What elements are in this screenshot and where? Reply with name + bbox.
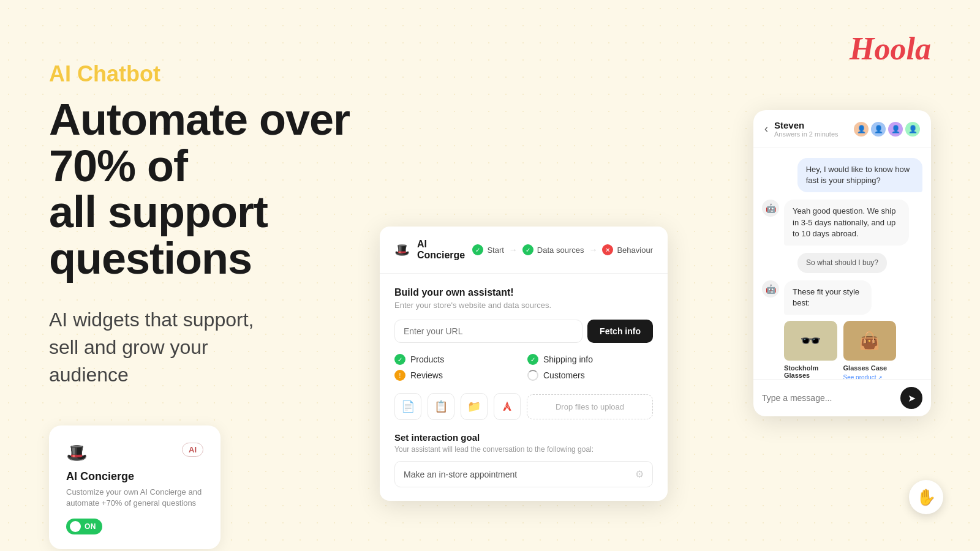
url-input-row: Fetch info: [394, 320, 653, 343]
arrow-2: →: [589, 245, 597, 255]
chat-avatar-1: 👤: [854, 122, 869, 137]
product-glasses-name: Stockholm Glasses: [784, 364, 837, 379]
url-input[interactable]: [394, 320, 582, 343]
section-desc: Enter your store's website and data sour…: [394, 301, 653, 310]
headline: Automate over 70% of all support questio…: [49, 97, 404, 282]
check-products-icon: ✓: [394, 354, 405, 365]
step-behaviour: ✕ Behaviour: [602, 244, 653, 255]
message-2-row: 🤖 Yeah good question. We ship in 3-5 day…: [762, 200, 922, 246]
checkbox-shipping: ✓ Shipping info: [527, 354, 653, 365]
toggle-label: ON: [85, 522, 96, 531]
goal-input-text: Make an in-store appointment: [404, 470, 635, 479]
checkbox-reviews-label: Reviews: [410, 370, 443, 380]
widget-icon: 🎩: [66, 443, 88, 463]
message-4-row: 🤖 These fit your style best: 🕶️ Stockhol…: [762, 280, 922, 379]
bot-avatar-2: 🤖: [762, 280, 779, 298]
goal-settings-icon: ⚙: [635, 468, 644, 480]
ai-chatbot-label: AI Chatbot: [49, 61, 404, 87]
chat-agent-status: Answers in 2 minutes: [774, 130, 848, 138]
section-title: Build your own assistant!: [394, 287, 653, 298]
step-start: ✓ Start: [472, 244, 503, 255]
widget-card: 🎩 AI AI Concierge Customize your own AI …: [49, 425, 221, 549]
subtitle: AI widgets that support, sell and grow y…: [49, 306, 404, 388]
svg-text:G: G: [505, 403, 509, 410]
product-case: 👜 Glasses Case See product ↗ 🛒 Add to ca…: [843, 321, 897, 379]
toggle-row: ON: [66, 519, 203, 534]
step-datasources-label: Data sources: [537, 246, 584, 255]
chat-messages: Hey, I would like to know how fast is yo…: [753, 148, 931, 379]
step-datasources: ✓ Data sources: [522, 244, 584, 255]
chat-info: Steven Answers in 2 minutes: [774, 120, 848, 138]
chat-avatar-4: 👤: [905, 122, 920, 137]
message-3: So what should I buy?: [797, 253, 887, 273]
panel-body: Build your own assistant! Enter your sto…: [380, 274, 668, 501]
back-arrow-icon[interactable]: ‹: [764, 122, 768, 135]
concierge-panel: 🎩 AI Concierge ✓ Start → ✓ Data sources …: [380, 227, 668, 501]
drop-zone[interactable]: Drop files to upload: [527, 394, 653, 419]
step-start-label: Start: [487, 246, 503, 255]
check-shipping-icon: ✓: [527, 354, 538, 365]
checkbox-customers: Customers: [527, 370, 653, 381]
product-case-name: Glasses Case: [843, 364, 897, 372]
panel-logo-icon: 🎩: [394, 242, 410, 257]
checkbox-products: ✓ Products: [394, 354, 520, 365]
message-1: Hey, I would like to know how fast is yo…: [797, 158, 922, 192]
left-content: AI Chatbot Automate over 70% of all supp…: [49, 61, 404, 549]
send-button[interactable]: ➤: [900, 387, 922, 409]
toggle-knob: [70, 521, 81, 532]
chat-avatar-3: 👤: [888, 122, 903, 137]
set-goal-title: Set interaction goal: [394, 432, 653, 443]
chat-header: ‹ Steven Answers in 2 minutes 👤 👤 👤 👤: [753, 110, 931, 148]
chat-agent-name: Steven: [774, 120, 848, 130]
checkbox-reviews: ! Reviews: [394, 370, 520, 381]
arrow-1: →: [509, 245, 518, 255]
file-upload-row: 📄 📋 📁 G Drop files to upload: [394, 393, 653, 420]
widget-title: AI Concierge: [66, 470, 203, 483]
bot-avatar-1: 🤖: [762, 200, 779, 217]
panel-header: 🎩 AI Concierge ✓ Start → ✓ Data sources …: [380, 227, 668, 274]
toggle-switch[interactable]: ON: [66, 519, 102, 534]
file-btn-1[interactable]: 📄: [394, 393, 421, 420]
file-btn-2[interactable]: 📋: [428, 393, 454, 420]
chat-avatars: 👤 👤 👤 👤: [854, 122, 920, 137]
step-start-icon: ✓: [472, 244, 483, 255]
step-flow: ✓ Start → ✓ Data sources → ✕ Behaviour: [472, 244, 653, 255]
step-behaviour-label: Behaviour: [617, 246, 653, 255]
product-glasses: 🕶️ Stockholm Glasses See product ↗ 🛒 Add…: [784, 321, 837, 379]
step-behaviour-icon: ✕: [602, 244, 613, 255]
product-glasses-img: 🕶️: [784, 321, 837, 361]
chat-input-row: ➤: [753, 379, 931, 416]
step-datasources-icon: ✓: [522, 244, 533, 255]
check-customers-icon: [527, 370, 538, 381]
panel-title: AI Concierge: [417, 239, 465, 261]
message-4-text: These fit your style best:: [784, 280, 872, 315]
chat-input[interactable]: [762, 393, 894, 403]
file-btn-4[interactable]: G: [494, 393, 521, 420]
check-reviews-icon: !: [394, 370, 405, 381]
checkbox-products-label: Products: [410, 354, 444, 364]
ai-badge: AI: [182, 443, 203, 457]
widget-desc: Customize your own AI Concierge and auto…: [66, 487, 203, 509]
fetch-button[interactable]: Fetch info: [587, 320, 653, 343]
file-btn-3[interactable]: 📁: [461, 393, 488, 420]
chat-avatar-2: 👤: [871, 122, 886, 137]
products-row: 🕶️ Stockholm Glasses See product ↗ 🛒 Add…: [784, 321, 896, 379]
message-2: Yeah good question. We ship in 3-5 days …: [784, 200, 909, 246]
chat-panel: ‹ Steven Answers in 2 minutes 👤 👤 👤 👤 He…: [753, 110, 931, 416]
set-goal-desc: Your assistant will lead the conversatio…: [394, 445, 653, 454]
product-case-link[interactable]: See product ↗: [843, 374, 897, 379]
checkboxes-row: ✓ Products ✓ Shipping info ! Reviews Cus…: [394, 354, 653, 381]
message-4-content: These fit your style best: 🕶️ Stockholm …: [784, 280, 896, 379]
checkbox-customers-label: Customers: [543, 370, 585, 380]
product-case-img: 👜: [843, 321, 897, 361]
checkbox-shipping-label: Shipping info: [543, 354, 593, 364]
hand-wave-button[interactable]: ✋: [909, 480, 943, 514]
goal-input-row[interactable]: Make an in-store appointment ⚙: [394, 461, 653, 487]
logo: Hoola: [850, 31, 931, 67]
